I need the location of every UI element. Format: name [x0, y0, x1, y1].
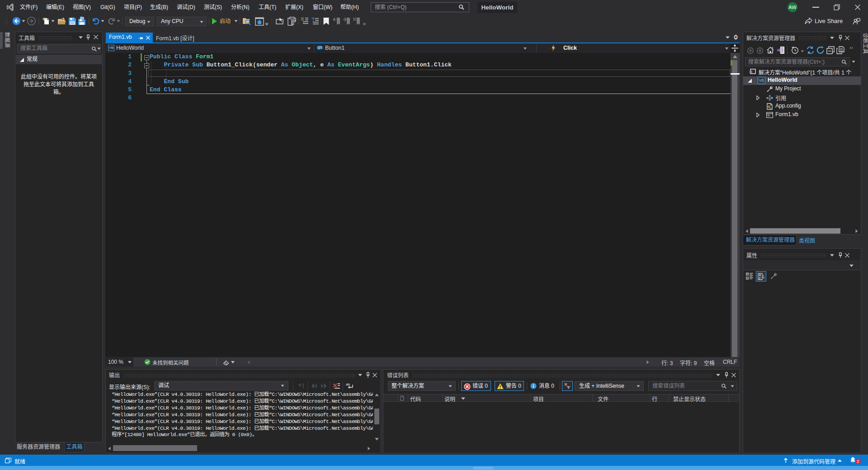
svg-text:ab: ab — [346, 382, 350, 386]
svg-text:Z: Z — [759, 277, 761, 280]
svg-text:A: A — [759, 273, 761, 277]
